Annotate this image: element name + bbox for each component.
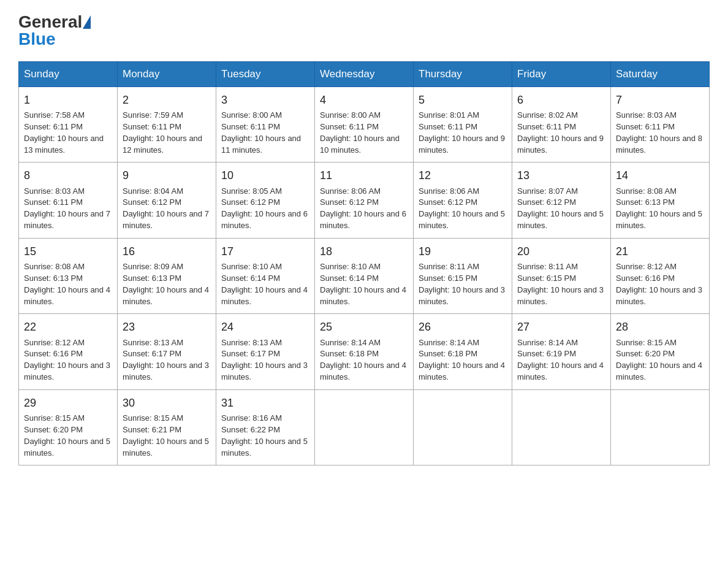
day-number: 10 — [221, 167, 309, 183]
calendar-cell: 1Sunrise: 7:58 AMSunset: 6:11 PMDaylight… — [19, 87, 118, 163]
day-info: Sunrise: 8:07 AMSunset: 6:12 PMDaylight:… — [517, 186, 604, 231]
weekday-header-wednesday: Wednesday — [315, 62, 414, 87]
day-number: 9 — [123, 167, 211, 183]
calendar-cell: 14Sunrise: 8:08 AMSunset: 6:13 PMDayligh… — [611, 163, 710, 238]
day-number: 24 — [221, 319, 309, 335]
calendar-cell: 17Sunrise: 8:10 AMSunset: 6:14 PMDayligh… — [216, 238, 315, 313]
calendar-cell: 19Sunrise: 8:11 AMSunset: 6:15 PMDayligh… — [414, 238, 512, 313]
calendar-cell: 3Sunrise: 8:00 AMSunset: 6:11 PMDaylight… — [216, 87, 315, 163]
day-number: 22 — [24, 319, 112, 335]
day-info: Sunrise: 8:00 AMSunset: 6:11 PMDaylight:… — [221, 110, 301, 155]
day-number: 3 — [221, 92, 309, 108]
day-info: Sunrise: 8:13 AMSunset: 6:17 PMDaylight:… — [221, 338, 308, 382]
calendar-cell: 24Sunrise: 8:13 AMSunset: 6:17 PMDayligh… — [216, 314, 315, 389]
day-info: Sunrise: 8:01 AMSunset: 6:11 PMDaylight:… — [419, 110, 505, 155]
day-number: 17 — [221, 243, 309, 259]
weekday-header-saturday: Saturday — [611, 62, 710, 87]
day-number: 1 — [24, 92, 112, 108]
calendar-cell — [414, 389, 512, 465]
day-info: Sunrise: 8:00 AMSunset: 6:11 PMDaylight:… — [320, 110, 400, 155]
day-info: Sunrise: 8:06 AMSunset: 6:12 PMDaylight:… — [320, 186, 406, 231]
day-info: Sunrise: 8:16 AMSunset: 6:22 PMDaylight:… — [221, 413, 308, 458]
day-number: 14 — [616, 167, 704, 183]
day-info: Sunrise: 8:15 AMSunset: 6:21 PMDaylight:… — [123, 413, 209, 458]
day-number: 8 — [24, 167, 112, 183]
week-row-4: 22Sunrise: 8:12 AMSunset: 6:16 PMDayligh… — [19, 314, 710, 389]
calendar-cell — [512, 389, 611, 465]
calendar-cell: 4Sunrise: 8:00 AMSunset: 6:11 PMDaylight… — [315, 87, 414, 163]
calendar-cell: 27Sunrise: 8:14 AMSunset: 6:19 PMDayligh… — [512, 314, 611, 389]
calendar-cell: 5Sunrise: 8:01 AMSunset: 6:11 PMDaylight… — [414, 87, 512, 163]
day-info: Sunrise: 8:08 AMSunset: 6:13 PMDaylight:… — [24, 262, 110, 306]
day-info: Sunrise: 8:04 AMSunset: 6:12 PMDaylight:… — [123, 186, 209, 231]
calendar-cell: 13Sunrise: 8:07 AMSunset: 6:12 PMDayligh… — [512, 163, 611, 238]
day-info: Sunrise: 7:58 AMSunset: 6:11 PMDaylight:… — [24, 110, 104, 155]
calendar-cell: 8Sunrise: 8:03 AMSunset: 6:11 PMDaylight… — [19, 163, 118, 238]
day-info: Sunrise: 8:14 AMSunset: 6:18 PMDaylight:… — [419, 338, 505, 382]
day-info: Sunrise: 8:14 AMSunset: 6:19 PMDaylight:… — [517, 338, 604, 382]
day-number: 28 — [616, 319, 704, 335]
calendar-cell — [611, 389, 710, 465]
day-info: Sunrise: 8:02 AMSunset: 6:11 PMDaylight:… — [517, 110, 604, 155]
day-number: 31 — [221, 395, 309, 411]
day-number: 11 — [320, 167, 408, 183]
calendar-cell: 25Sunrise: 8:14 AMSunset: 6:18 PMDayligh… — [315, 314, 414, 389]
calendar-cell: 6Sunrise: 8:02 AMSunset: 6:11 PMDaylight… — [512, 87, 611, 163]
logo: General Blue — [18, 12, 91, 49]
day-number: 7 — [616, 92, 704, 108]
week-row-3: 15Sunrise: 8:08 AMSunset: 6:13 PMDayligh… — [19, 238, 710, 313]
day-number: 30 — [123, 395, 211, 411]
day-number: 20 — [517, 243, 605, 259]
day-number: 18 — [320, 243, 408, 259]
calendar-table: SundayMondayTuesdayWednesdayThursdayFrid… — [18, 61, 710, 465]
day-number: 26 — [419, 319, 507, 335]
day-number: 13 — [517, 167, 605, 183]
calendar-cell: 31Sunrise: 8:16 AMSunset: 6:22 PMDayligh… — [216, 389, 315, 465]
calendar-cell: 18Sunrise: 8:10 AMSunset: 6:14 PMDayligh… — [315, 238, 414, 313]
day-info: Sunrise: 8:08 AMSunset: 6:13 PMDaylight:… — [616, 186, 702, 231]
day-info: Sunrise: 8:05 AMSunset: 6:12 PMDaylight:… — [221, 186, 308, 231]
calendar-cell: 11Sunrise: 8:06 AMSunset: 6:12 PMDayligh… — [315, 163, 414, 238]
day-info: Sunrise: 8:11 AMSunset: 6:15 PMDaylight:… — [517, 262, 604, 306]
weekday-header-friday: Friday — [512, 62, 611, 87]
calendar-cell: 28Sunrise: 8:15 AMSunset: 6:20 PMDayligh… — [611, 314, 710, 389]
day-number: 5 — [419, 92, 507, 108]
day-info: Sunrise: 8:03 AMSunset: 6:11 PMDaylight:… — [616, 110, 702, 155]
day-number: 16 — [123, 243, 211, 259]
day-info: Sunrise: 8:11 AMSunset: 6:15 PMDaylight:… — [419, 262, 505, 306]
calendar-cell: 20Sunrise: 8:11 AMSunset: 6:15 PMDayligh… — [512, 238, 611, 313]
day-info: Sunrise: 8:15 AMSunset: 6:20 PMDaylight:… — [616, 338, 702, 382]
day-number: 12 — [419, 167, 507, 183]
day-number: 21 — [616, 243, 704, 259]
day-number: 23 — [123, 319, 211, 335]
calendar-cell: 22Sunrise: 8:12 AMSunset: 6:16 PMDayligh… — [19, 314, 118, 389]
page-header: General Blue — [18, 12, 710, 49]
calendar-cell: 9Sunrise: 8:04 AMSunset: 6:12 PMDaylight… — [118, 163, 216, 238]
week-row-5: 29Sunrise: 8:15 AMSunset: 6:20 PMDayligh… — [19, 389, 710, 465]
day-info: Sunrise: 8:10 AMSunset: 6:14 PMDaylight:… — [320, 262, 406, 306]
day-number: 29 — [24, 395, 112, 411]
calendar-cell: 26Sunrise: 8:14 AMSunset: 6:18 PMDayligh… — [414, 314, 512, 389]
day-number: 4 — [320, 92, 408, 108]
calendar-cell: 16Sunrise: 8:09 AMSunset: 6:13 PMDayligh… — [118, 238, 216, 313]
day-info: Sunrise: 8:10 AMSunset: 6:14 PMDaylight:… — [221, 262, 308, 306]
day-info: Sunrise: 8:12 AMSunset: 6:16 PMDaylight:… — [24, 338, 110, 382]
day-info: Sunrise: 8:12 AMSunset: 6:16 PMDaylight:… — [616, 262, 702, 306]
calendar-cell: 15Sunrise: 8:08 AMSunset: 6:13 PMDayligh… — [19, 238, 118, 313]
calendar-cell: 10Sunrise: 8:05 AMSunset: 6:12 PMDayligh… — [216, 163, 315, 238]
weekday-header-thursday: Thursday — [414, 62, 512, 87]
logo-blue-text: Blue — [18, 29, 56, 49]
week-row-2: 8Sunrise: 8:03 AMSunset: 6:11 PMDaylight… — [19, 163, 710, 238]
day-number: 15 — [24, 243, 112, 259]
day-info: Sunrise: 8:03 AMSunset: 6:11 PMDaylight:… — [24, 186, 110, 231]
calendar-cell: 2Sunrise: 7:59 AMSunset: 6:11 PMDaylight… — [118, 87, 216, 163]
week-row-1: 1Sunrise: 7:58 AMSunset: 6:11 PMDaylight… — [19, 87, 710, 163]
weekday-header-row: SundayMondayTuesdayWednesdayThursdayFrid… — [19, 62, 710, 87]
calendar-cell: 30Sunrise: 8:15 AMSunset: 6:21 PMDayligh… — [118, 389, 216, 465]
calendar-cell: 29Sunrise: 8:15 AMSunset: 6:20 PMDayligh… — [19, 389, 118, 465]
weekday-header-sunday: Sunday — [19, 62, 118, 87]
calendar-cell: 7Sunrise: 8:03 AMSunset: 6:11 PMDaylight… — [611, 87, 710, 163]
day-info: Sunrise: 8:09 AMSunset: 6:13 PMDaylight:… — [123, 262, 209, 306]
day-info: Sunrise: 8:14 AMSunset: 6:18 PMDaylight:… — [320, 338, 406, 382]
day-number: 6 — [517, 92, 605, 108]
